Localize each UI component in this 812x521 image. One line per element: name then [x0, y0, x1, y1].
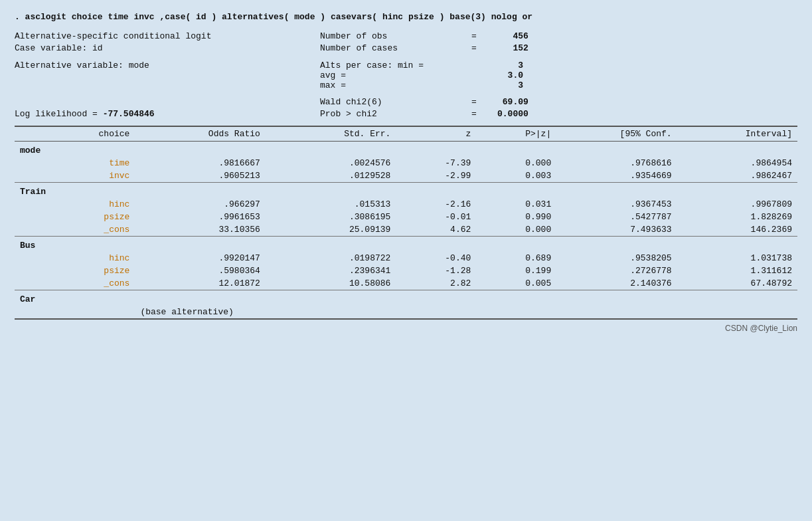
model-title: Alternative-specific conditional logit: [15, 31, 211, 41]
alts-max-eq: [466, 80, 477, 90]
casevar-block: Case variable: id: [15, 43, 293, 53]
row-cell-1: .9920147: [135, 252, 266, 264]
row-cell-1: .5980364: [135, 264, 266, 277]
header-row-2: Case variable: id Number of cases = 152: [15, 43, 797, 53]
table-row: _cons12.0187210.580862.820.0052.14037667…: [15, 277, 797, 290]
row-cell-1: 33.10356: [135, 223, 266, 237]
row-cell-4: 0.003: [476, 169, 556, 183]
prob-block: Prob > chi2 = 0.0000: [293, 109, 797, 119]
ll-val: -77.504846: [103, 109, 155, 119]
row-cell-6: .9967809: [677, 198, 797, 211]
th-ci2: Interval]: [677, 126, 797, 142]
group-header-car: Car: [15, 290, 797, 306]
base-alt-text: (base alternative): [135, 306, 797, 319]
row-cell-5: 2.140376: [556, 277, 677, 290]
table-row: invc.9605213.0129528-2.990.003.9354669.9…: [15, 169, 797, 183]
altvar-row: Alternative variable: mode Alts per case…: [15, 60, 797, 90]
row-cell-2: .0198722: [266, 252, 396, 264]
wald-eq: =: [466, 97, 482, 107]
car-label-cell: [15, 306, 135, 319]
row-cell-3: -2.99: [396, 169, 476, 183]
row-cell-4: 0.689: [476, 252, 556, 264]
wald-val: 69.09: [482, 97, 528, 107]
row-cell-2: .2396341: [266, 264, 396, 277]
row-cell-4: 0.199: [476, 264, 556, 277]
ll-label: Log likelihood =: [15, 109, 103, 119]
header-row-1: Alternative-specific conditional logit N…: [15, 31, 797, 41]
group-header-bus: Bus: [15, 237, 797, 253]
row-cell-5: .9354669: [556, 169, 677, 183]
row-cell-1: .9816667: [135, 157, 266, 169]
row-label: psize: [15, 264, 135, 277]
row-cell-6: 146.2369: [677, 223, 797, 237]
row-cell-6: 1.828269: [677, 211, 797, 223]
alts-min-eq: [466, 60, 477, 70]
ncases-val: 152: [482, 43, 528, 53]
row-cell-2: 25.09139: [266, 223, 396, 237]
ncases-block: Number of cases = 152: [293, 43, 797, 53]
row-cell-4: 0.000: [476, 157, 556, 169]
row-cell-6: .9864954: [677, 157, 797, 169]
row-cell-3: -2.16: [396, 198, 476, 211]
row-cell-1: .966297: [135, 198, 266, 211]
row-cell-3: 4.62: [396, 223, 476, 237]
row-cell-3: 2.82: [396, 277, 476, 290]
th-ci1: [95% Conf.: [556, 126, 677, 142]
row-cell-5: .9768616: [556, 157, 677, 169]
row-cell-2: .0129528: [266, 169, 396, 183]
row-cell-3: -1.28: [396, 264, 476, 277]
table-row: _cons33.1035625.091394.620.0007.49363314…: [15, 223, 797, 237]
alts-max-label: max =: [320, 80, 466, 90]
row-label: hinc: [15, 198, 135, 211]
row-cell-5: .9538205: [556, 252, 677, 264]
ll-prob-row: Log likelihood = -77.504846 Prob > chi2 …: [15, 109, 797, 119]
row-label: invc: [15, 169, 135, 183]
alts-block: Alts per case: min = 3 avg = 3.0 max = 3: [293, 60, 797, 90]
row-cell-5: .5427787: [556, 211, 677, 223]
row-cell-4: 0.000: [476, 223, 556, 237]
table-row: psize.9961653.3086195-0.010.990.54277871…: [15, 211, 797, 223]
th-z: z: [396, 126, 476, 142]
results-table: choice Odds Ratio Std. Err. z P>|z| [95%…: [15, 126, 797, 320]
wald-block: Wald chi2(6) = 69.09: [293, 97, 797, 107]
table-row: psize.5980364.2396341-1.280.199.27267781…: [15, 264, 797, 277]
wald-ll-row: Wald chi2(6) = 69.09: [15, 97, 797, 107]
th-p: P>|z|: [476, 126, 556, 142]
row-cell-6: 1.031738: [677, 252, 797, 264]
wald-label: Wald chi2(6): [320, 97, 466, 107]
title-block: Alternative-specific conditional logit: [15, 31, 293, 41]
row-label: psize: [15, 211, 135, 223]
row-cell-4: 0.990: [476, 211, 556, 223]
row-cell-1: .9605213: [135, 169, 266, 183]
nobs-block: Number of obs = 456: [293, 31, 797, 41]
ll-block: [15, 97, 293, 107]
row-cell-3: -0.01: [396, 211, 476, 223]
prob-val: 0.0000: [482, 109, 528, 119]
case-var-label: Case variable: id: [15, 43, 103, 53]
group-label-mode: mode: [15, 142, 797, 157]
row-cell-5: .2726778: [556, 264, 677, 277]
group-label-train: Train: [15, 183, 797, 199]
table-row-car: (base alternative): [15, 306, 797, 319]
row-cell-6: 67.48792: [677, 277, 797, 290]
prob-eq: =: [466, 109, 482, 119]
alt-var-label: Alternative variable: mode: [15, 60, 149, 70]
table-row: time.9816667.0024576-7.390.000.9768616.9…: [15, 157, 797, 169]
row-cell-5: .9367453: [556, 198, 677, 211]
th-or: Odds Ratio: [135, 126, 266, 142]
alts-avg-eq: [466, 70, 477, 80]
command-line: . asclogit choice time invc ,case( id ) …: [15, 12, 797, 22]
command-text: . asclogit choice time invc ,case( id ) …: [15, 12, 532, 22]
top-section: Alternative-specific conditional logit N…: [15, 31, 797, 119]
row-cell-1: .9961653: [135, 211, 266, 223]
table-row: hinc.9920147.0198722-0.400.689.95382051.…: [15, 252, 797, 264]
row-cell-2: .0024576: [266, 157, 396, 169]
row-label: hinc: [15, 252, 135, 264]
row-cell-6: .9862467: [677, 169, 797, 183]
prob-label: Prob > chi2: [320, 109, 466, 119]
row-cell-5: 7.493633: [556, 223, 677, 237]
row-label: _cons: [15, 223, 135, 237]
row-cell-2: .015313: [266, 198, 396, 211]
alts-avg-label: avg =: [320, 70, 466, 80]
ncases-label: Number of cases: [320, 43, 466, 53]
